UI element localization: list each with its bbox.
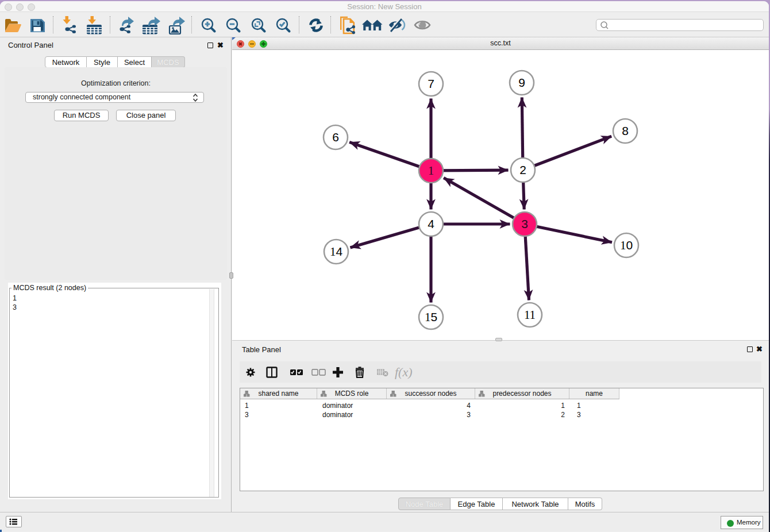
svg-text:6: 6 [332,130,339,144]
svg-text:11: 11 [524,308,536,322]
svg-text:1: 1 [428,164,434,178]
svg-text:8: 8 [622,124,629,137]
svg-text:15: 15 [425,310,437,324]
svg-text:14: 14 [330,245,343,259]
svg-text:3: 3 [521,217,528,230]
svg-text:2: 2 [519,163,526,176]
svg-text:10: 10 [620,238,633,252]
svg-text:9: 9 [518,76,525,89]
svg-text:7: 7 [428,77,434,90]
svg-text:f(x): f(x) [395,365,413,379]
svg-text:4: 4 [428,217,434,230]
